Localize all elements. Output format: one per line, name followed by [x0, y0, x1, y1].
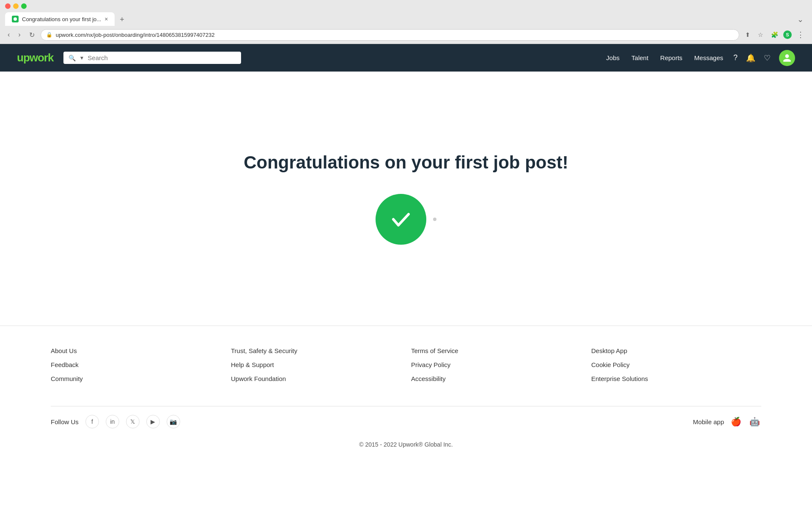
- svg-point-0: [14, 17, 17, 21]
- close-window-button[interactable]: [5, 3, 11, 9]
- footer-col-2: Trust, Safety & Security Help & Support …: [231, 347, 401, 389]
- footer-link-community[interactable]: Community: [51, 375, 221, 382]
- tab-title: Congratulations on your first jo...: [22, 16, 101, 22]
- forward-button[interactable]: ›: [16, 29, 23, 40]
- user-icon: [782, 53, 792, 63]
- tab-list-button[interactable]: ⌄: [794, 13, 807, 26]
- page-title: Congratulations on your first job post!: [244, 152, 568, 173]
- loading-dot: [433, 218, 436, 221]
- extensions-button[interactable]: 🧩: [768, 30, 781, 40]
- footer-link-upwork-foundation[interactable]: Upwork Foundation: [231, 375, 401, 382]
- upwork-logo[interactable]: upwork: [17, 51, 53, 64]
- back-button[interactable]: ‹: [5, 29, 12, 40]
- chrome-user-avatar[interactable]: S: [783, 30, 792, 39]
- ssl-lock-icon: 🔒: [46, 32, 52, 38]
- nav-link-talent[interactable]: Talent: [631, 54, 648, 61]
- footer-col-4: Desktop App Cookie Policy Enterprise Sol…: [591, 347, 761, 389]
- search-bar[interactable]: 🔍 ▼: [63, 52, 241, 64]
- toolbar-actions: ⬆ ☆ 🧩 S ⋮: [743, 28, 807, 41]
- search-input[interactable]: [88, 54, 236, 61]
- footer: About Us Feedback Community Trust, Safet…: [0, 326, 812, 465]
- follow-us-section: Follow Us f in 𝕏 ▶ 📷: [51, 415, 180, 428]
- traffic-lights: [5, 3, 27, 9]
- nav-links: Jobs Talent Reports Messages: [606, 54, 723, 61]
- url-input[interactable]: [56, 32, 734, 38]
- minimize-window-button[interactable]: [13, 3, 19, 9]
- linkedin-icon[interactable]: in: [106, 415, 119, 428]
- address-bar[interactable]: 🔒: [41, 29, 739, 41]
- tab-close-button[interactable]: ×: [104, 16, 108, 22]
- nav-link-jobs[interactable]: Jobs: [606, 54, 620, 61]
- more-options-button[interactable]: ⋮: [794, 28, 807, 41]
- footer-link-trust-safety[interactable]: Trust, Safety & Security: [231, 347, 401, 354]
- copyright-text: © 2015 - 2022 Upwork® Global Inc.: [51, 433, 761, 452]
- main-nav: upwork 🔍 ▼ Jobs Talent Reports Messages …: [0, 44, 812, 72]
- user-avatar[interactable]: [779, 50, 795, 66]
- new-tab-button[interactable]: +: [118, 14, 126, 26]
- footer-bottom: Follow Us f in 𝕏 ▶ 📷 Mobile app 🍎 🤖: [51, 406, 761, 433]
- bookmark-button[interactable]: ☆: [755, 30, 766, 40]
- footer-link-accessibility[interactable]: Accessibility: [411, 375, 581, 382]
- youtube-icon[interactable]: ▶: [146, 415, 160, 428]
- refresh-button[interactable]: ↻: [27, 29, 37, 41]
- footer-col-1: About Us Feedback Community: [51, 347, 221, 389]
- checkmark-circle: [376, 194, 426, 245]
- footer-link-feedback[interactable]: Feedback: [51, 361, 221, 368]
- checkmark-icon: [388, 207, 414, 232]
- help-button[interactable]: ?: [733, 53, 738, 62]
- footer-links: About Us Feedback Community Trust, Safet…: [51, 347, 761, 389]
- google-play-button[interactable]: 🤖: [748, 415, 761, 428]
- footer-link-help-support[interactable]: Help & Support: [231, 361, 401, 368]
- success-indicator: [376, 194, 436, 245]
- footer-link-cookie-policy[interactable]: Cookie Policy: [591, 361, 761, 368]
- saved-jobs-button[interactable]: ♡: [764, 53, 771, 63]
- nav-link-reports[interactable]: Reports: [660, 54, 683, 61]
- follow-us-label: Follow Us: [51, 418, 79, 425]
- footer-link-privacy[interactable]: Privacy Policy: [411, 361, 581, 368]
- main-content: Congratulations on your first job post!: [0, 72, 812, 326]
- mobile-app-label: Mobile app: [693, 418, 724, 425]
- fullscreen-window-button[interactable]: [21, 3, 27, 9]
- nav-link-messages[interactable]: Messages: [694, 54, 723, 61]
- mobile-app-section: Mobile app 🍎 🤖: [693, 415, 761, 428]
- notifications-button[interactable]: 🔔: [746, 53, 755, 63]
- twitter-icon[interactable]: 𝕏: [126, 415, 140, 428]
- apple-app-store-button[interactable]: 🍎: [729, 415, 743, 428]
- footer-col-3: Terms of Service Privacy Policy Accessib…: [411, 347, 581, 389]
- search-filter-dropdown[interactable]: ▼: [79, 55, 84, 61]
- nav-actions: ? 🔔 ♡: [733, 50, 795, 66]
- footer-link-terms[interactable]: Terms of Service: [411, 347, 581, 354]
- browser-tab[interactable]: Congratulations on your first jo... ×: [5, 12, 115, 26]
- footer-link-enterprise[interactable]: Enterprise Solutions: [591, 375, 761, 382]
- facebook-icon[interactable]: f: [85, 415, 99, 428]
- footer-link-about-us[interactable]: About Us: [51, 347, 221, 354]
- search-icon: 🔍: [69, 55, 76, 61]
- footer-link-desktop-app[interactable]: Desktop App: [591, 347, 761, 354]
- tab-favicon: [12, 16, 19, 22]
- instagram-icon[interactable]: 📷: [167, 415, 180, 428]
- share-button[interactable]: ⬆: [743, 30, 753, 40]
